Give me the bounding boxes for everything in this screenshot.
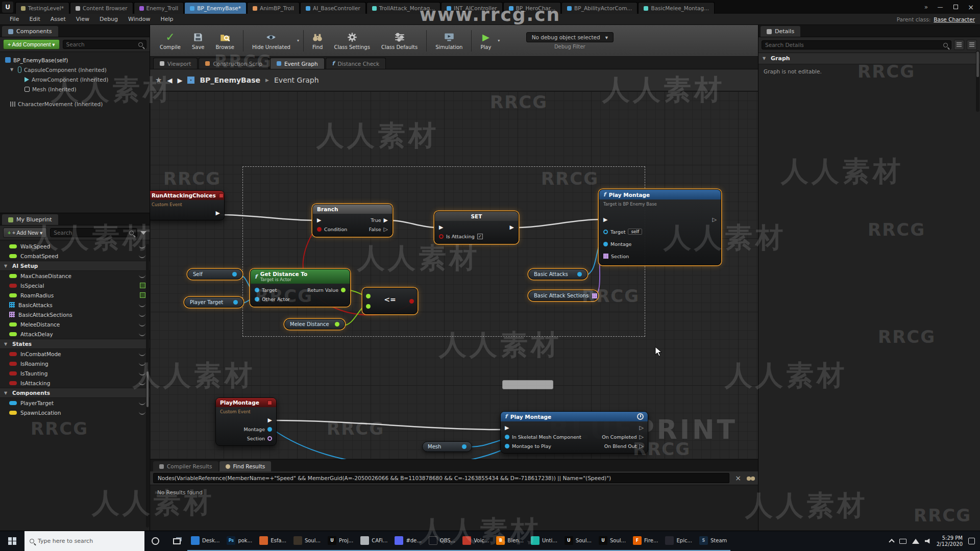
play-button[interactable]: ▶Play xyxy=(475,30,497,52)
node-set-is-attacking[interactable]: SET ▶▶ Is Attacking✓ xyxy=(434,211,519,244)
components-search-input[interactable] xyxy=(66,41,136,47)
taskbar-app[interactable]: CAFi... xyxy=(357,531,391,551)
variable-isattacking[interactable]: IsAttacking xyxy=(0,378,150,388)
variable-spawnlocation[interactable]: SpawnLocation xyxy=(0,408,150,417)
node-playmontage-event[interactable]: PlayMontage Custom Event ▶ Montage Secti… xyxy=(215,397,277,446)
property-matrix-icon[interactable] xyxy=(954,40,964,50)
eye-icon[interactable] xyxy=(139,244,145,248)
exec-in-pin[interactable]: ▶ xyxy=(505,425,509,431)
bool-out-pin[interactable] xyxy=(409,299,414,304)
asset-tab-testinglevel[interactable]: TestingLevel* xyxy=(15,2,69,14)
details-section-graph[interactable]: ▼Graph xyxy=(758,53,980,64)
tab-construction-script[interactable]: Construction Scrip xyxy=(199,58,269,69)
asset-tab-enemy-troll[interactable]: Enemy_Troll xyxy=(134,2,184,14)
taskbar-app[interactable]: Fire... xyxy=(629,531,662,551)
taskbar-app[interactable]: Epic... xyxy=(662,531,695,551)
editable-checkbox-icon[interactable] xyxy=(140,283,145,288)
variable-isroaming[interactable]: IsRoaming xyxy=(0,359,150,368)
variable-attackdelay[interactable]: AttackDelay xyxy=(0,329,150,339)
variable-maxchasedistance[interactable]: MaxChaseDistance xyxy=(0,271,150,281)
node-run-attacking-choices[interactable]: RunAttackingChoices Custom Event ▶ xyxy=(150,190,225,220)
tree-item-self[interactable]: BP_EnemyBase(self) xyxy=(0,55,150,65)
scrollbar-thumb[interactable] xyxy=(976,52,979,77)
montage-to-play-pin[interactable] xyxy=(505,444,509,448)
variable-walkspeed[interactable]: WalkSpeed xyxy=(0,241,150,251)
taskbar-search[interactable] xyxy=(24,531,144,551)
asset-tab-ai-basecontroller[interactable]: AI_BaseController xyxy=(300,2,366,14)
object-out-pin[interactable] xyxy=(577,272,582,277)
condition-pin[interactable] xyxy=(317,227,322,232)
exec-in-pin[interactable]: ▶ xyxy=(603,217,607,222)
tree-item-mesh[interactable]: Mesh (Inherited) xyxy=(0,84,150,94)
menu-view[interactable]: View xyxy=(71,16,94,22)
tab-viewport[interactable]: Viewport xyxy=(153,58,198,69)
variable-meleedistance[interactable]: MeleeDistance xyxy=(0,319,150,329)
asset-tab-animbp-troll[interactable]: AnimBP_Troll xyxy=(247,2,300,14)
node-less-equal[interactable]: <= xyxy=(362,288,418,314)
details-search-input[interactable] xyxy=(765,42,941,48)
breadcrumb-event-graph[interactable]: Event Graph xyxy=(274,76,319,84)
node-play-montage[interactable]: fPlay Montage Target is BP Enemy Base ▶▷… xyxy=(599,189,721,265)
exec-in-pin[interactable]: ▶ xyxy=(317,217,321,223)
caret-down-icon[interactable]: ▼ xyxy=(10,67,15,72)
taskbar-app[interactable]: Soul... xyxy=(290,531,324,551)
exec-in-pin[interactable]: ▶ xyxy=(439,224,443,230)
eye-icon[interactable] xyxy=(139,332,145,336)
node-play-montage-latent[interactable]: fPlay Montage ▶▷ In Skeletal Mesh Compon… xyxy=(500,411,648,454)
scrollbar[interactable] xyxy=(976,51,979,112)
volume-icon[interactable] xyxy=(925,539,931,544)
forward-icon[interactable]: ▶ xyxy=(177,77,182,84)
menu-edit[interactable]: Edit xyxy=(24,16,44,22)
eye-icon[interactable] xyxy=(139,371,145,375)
var-node-mesh[interactable]: Mesh xyxy=(422,441,472,452)
network-icon[interactable] xyxy=(912,539,919,544)
target-pin[interactable] xyxy=(255,288,259,292)
tab-f-distance-check[interactable]: fDistance Check xyxy=(326,58,386,69)
on-blend-out-pin[interactable]: ▷ xyxy=(640,443,644,449)
exec-out-pin[interactable]: ▷ xyxy=(713,217,717,222)
eye-icon[interactable] xyxy=(139,411,145,415)
other-actor-pin[interactable] xyxy=(255,297,259,302)
tree-item-arrow[interactable]: ArrowComponent (Inherited) xyxy=(0,74,150,84)
input-b-pin[interactable] xyxy=(366,304,371,309)
node-get-distance-to[interactable]: f Get Distance ToTarget is Actor Target … xyxy=(250,269,350,307)
parent-class-link[interactable]: Base Character xyxy=(934,16,975,22)
asset-tab-basicmelee-montage[interactable]: BasicMelee_Montag... xyxy=(638,2,715,14)
variable-basicattacksections[interactable]: BasicAttackSections xyxy=(0,310,150,319)
montage-out-pin[interactable] xyxy=(267,427,272,432)
eye-icon[interactable] xyxy=(139,313,145,317)
find-results-query-input[interactable] xyxy=(153,473,729,483)
taskbar-app[interactable]: pok... xyxy=(223,531,256,551)
asset-tab-bp-abilityactorcom[interactable]: BP_AbilityActorCom... xyxy=(561,2,638,14)
cortana-button[interactable] xyxy=(144,531,166,551)
filter-funnel-icon[interactable] xyxy=(140,231,146,235)
save-button[interactable]: Save xyxy=(186,30,210,52)
my-blueprint-search-input[interactable] xyxy=(54,230,127,236)
caret-down-icon[interactable]: ▾ xyxy=(498,38,500,43)
var-node-melee-distance[interactable]: Melee Distance xyxy=(284,319,345,330)
taskbar-search-input[interactable] xyxy=(38,538,139,544)
tab-find-results[interactable]: Find Results xyxy=(219,461,272,471)
tab-compiler-results[interactable]: Compiler Results xyxy=(153,461,218,471)
monitor-icon[interactable] xyxy=(899,539,906,544)
tab-my-blueprint[interactable]: My Blueprint xyxy=(2,214,58,225)
tab-overflow-icon[interactable]: » xyxy=(920,4,932,11)
hide-unrelated-button[interactable]: Hide Unrelated xyxy=(247,30,296,52)
editable-checkbox-icon[interactable] xyxy=(140,292,145,298)
asset-picker-ghost[interactable] xyxy=(502,380,553,389)
details-searchbox[interactable] xyxy=(762,40,951,49)
object-out-pin[interactable] xyxy=(233,300,238,305)
find-button[interactable]: Find xyxy=(307,30,329,52)
taskbar-app[interactable]: Blen... xyxy=(493,531,527,551)
variable-roamradius[interactable]: RoamRadius xyxy=(0,290,150,300)
variable-basicattacks[interactable]: BasicAttacks xyxy=(0,300,150,310)
category-components[interactable]: ▼Components xyxy=(0,388,150,398)
class-defaults-button[interactable]: Class Defaults xyxy=(376,30,423,52)
bool-checkbox[interactable]: ✓ xyxy=(477,234,483,239)
taskbar-app[interactable]: #de... xyxy=(391,531,425,551)
eye-icon[interactable] xyxy=(139,401,145,405)
float-out-pin[interactable] xyxy=(335,322,339,327)
taskbar-app[interactable]: OBS... xyxy=(425,531,459,551)
object-out-pin[interactable] xyxy=(462,444,467,449)
scrollbar[interactable] xyxy=(146,244,149,528)
